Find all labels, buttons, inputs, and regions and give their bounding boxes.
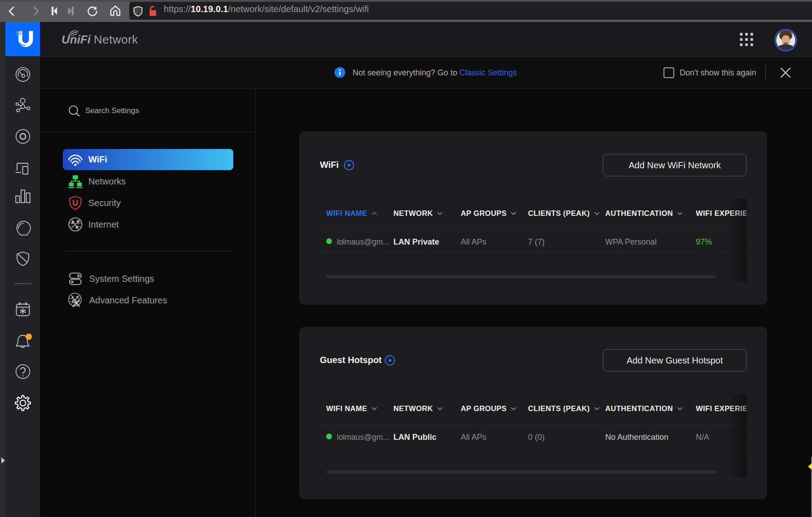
svg-text:Network: Network [94,33,138,46]
svg-text:UniFi: UniFi [61,33,91,46]
